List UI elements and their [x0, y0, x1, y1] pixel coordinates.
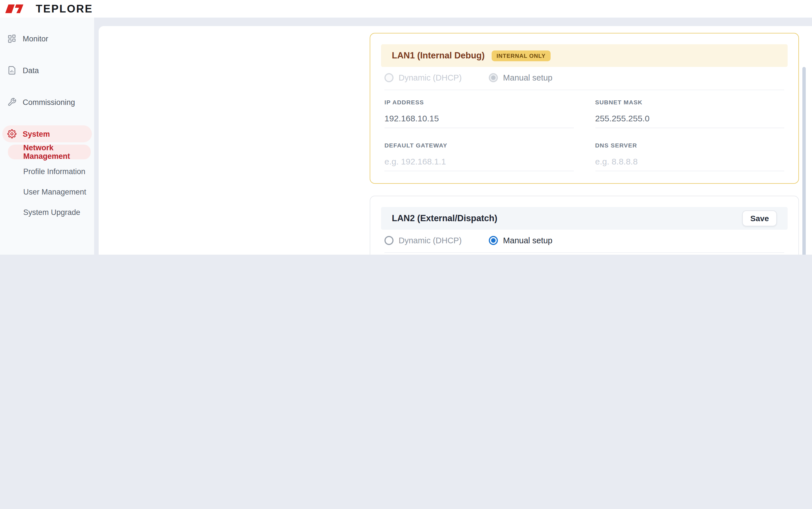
sidebar: Monitor Data Commissioning	[0, 18, 94, 254]
field-label: SUBNET MASK	[595, 99, 784, 105]
sidebar-item-label: System	[23, 130, 50, 138]
brand: TEPLORE	[4, 3, 93, 15]
brand-logo-icon	[4, 4, 31, 13]
lan1-card-header: LAN1 (Internal Debug) INTERNAL ONLY	[381, 44, 788, 67]
lan1-subnet-mask-field: SUBNET MASK	[595, 99, 784, 128]
lan2-mode-radio-group: Dynamic (DHCP) Manual setup	[384, 230, 784, 253]
radio-label: Manual setup	[503, 73, 552, 82]
gear-icon	[7, 129, 16, 138]
brand-name: TEPLORE	[36, 3, 93, 15]
wrench-icon	[7, 98, 16, 107]
field-label: DNS SERVER	[595, 142, 784, 148]
lan1-card-title: LAN1 (Internal Debug)	[392, 50, 485, 61]
network-cards: LAN1 (Internal Debug) INTERNAL ONLY Dyna…	[370, 33, 799, 254]
sidebar-item-data[interactable]: Data	[2, 62, 92, 79]
radio-label: Dynamic (DHCP)	[399, 73, 462, 82]
sidebar-item-monitor[interactable]: Monitor	[2, 30, 92, 47]
lan2-card-header: LAN2 (External/Dispatch) Save	[381, 207, 788, 230]
lan1-default-gateway-field: DEFAULT GATEWAY	[384, 142, 573, 171]
sidebar-subitem-label: Profile Information	[23, 167, 85, 175]
lan1-dns-server-field: DNS SERVER	[595, 142, 784, 171]
sidebar-item-network-management[interactable]: Network Management	[8, 145, 91, 159]
sidebar-item-profile-information[interactable]: Profile Information	[8, 164, 91, 179]
lan1-dhcp-radio: Dynamic (DHCP)	[384, 73, 462, 82]
lan1-manual-radio: Manual setup	[489, 73, 552, 82]
vertical-scrollbar-thumb[interactable]	[802, 67, 806, 254]
radio-label: Manual setup	[503, 236, 552, 245]
radio-icon	[489, 236, 498, 245]
data-report-icon	[7, 66, 16, 75]
lan1-ip-address-input	[384, 110, 573, 128]
lan1-default-gateway-input	[384, 153, 573, 171]
radio-label: Dynamic (DHCP)	[399, 236, 462, 245]
lan1-subnet-mask-input	[595, 110, 784, 128]
app-window: TEPLORE Monitor Data	[0, 0, 812, 254]
dashboard-grid-icon	[7, 34, 16, 43]
lan1-mode-radio-group: Dynamic (DHCP) Manual setup	[384, 67, 784, 90]
sidebar-item-label: Data	[23, 66, 39, 75]
app-header: TEPLORE	[0, 0, 812, 18]
radio-icon	[384, 73, 393, 82]
content-panel: LAN1 (Internal Debug) INTERNAL ONLY Dyna…	[99, 26, 812, 254]
lan2-card: LAN2 (External/Dispatch) Save Dynamic (D…	[370, 196, 799, 254]
radio-icon	[384, 236, 393, 245]
lan2-card-title: LAN2 (External/Dispatch)	[392, 213, 497, 224]
sidebar-item-label: Monitor	[23, 34, 48, 43]
lan2-save-button[interactable]: Save	[743, 210, 777, 226]
sidebar-item-label: Commissioning	[23, 98, 75, 106]
lan1-ip-address-field: IP ADDRESS	[384, 99, 573, 128]
sidebar-item-commissioning[interactable]: Commissioning	[2, 94, 92, 111]
sidebar-subitem-label: Network Management	[23, 143, 91, 161]
sidebar-subitem-label: User Management	[23, 188, 86, 196]
lan1-card: LAN1 (Internal Debug) INTERNAL ONLY Dyna…	[370, 33, 799, 184]
sidebar-item-system-upgrade[interactable]: System Upgrade	[8, 205, 91, 219]
sidebar-item-system[interactable]: System	[2, 125, 92, 142]
lan2-dhcp-radio[interactable]: Dynamic (DHCP)	[384, 236, 462, 245]
sidebar-subitem-label: System Upgrade	[23, 208, 80, 216]
radio-icon	[489, 73, 498, 82]
lan1-dns-server-input	[595, 153, 784, 171]
content-area: LAN1 (Internal Debug) INTERNAL ONLY Dyna…	[94, 18, 812, 254]
field-label: IP ADDRESS	[384, 99, 573, 105]
sidebar-item-user-management[interactable]: User Management	[8, 184, 91, 199]
internal-only-badge: INTERNAL ONLY	[491, 50, 551, 61]
field-label: DEFAULT GATEWAY	[384, 142, 573, 148]
lan2-manual-radio[interactable]: Manual setup	[489, 236, 552, 245]
